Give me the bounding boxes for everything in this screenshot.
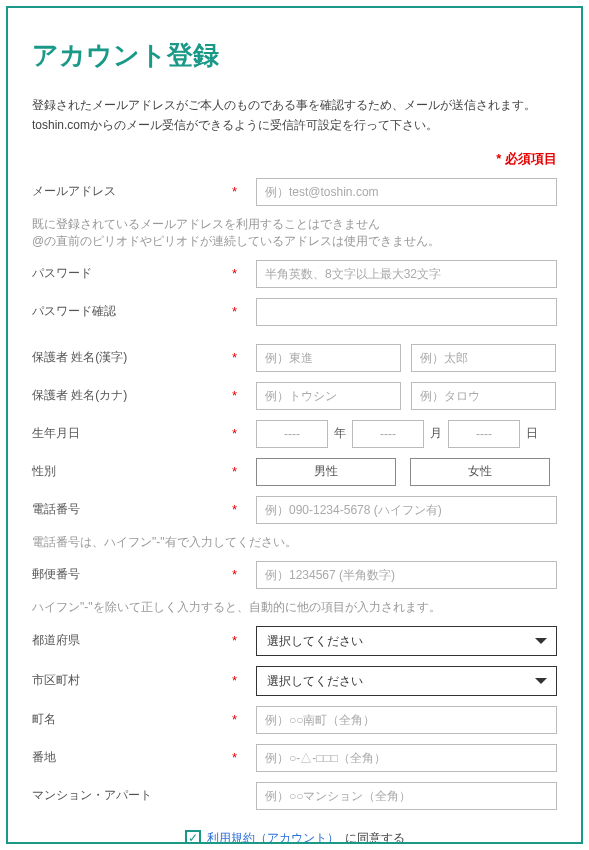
required-mark: * — [232, 184, 256, 199]
gender-male-button[interactable]: 男性 — [256, 458, 396, 486]
guardian-kana-label: 保護者 姓名(カナ) — [32, 387, 232, 404]
phone-hint: 電話番号は、ハイフン"-"有で入力してください。 — [32, 534, 557, 551]
day-label: 日 — [526, 425, 538, 442]
block-input[interactable] — [256, 744, 557, 772]
page-title: アカウント登録 — [32, 38, 557, 73]
town-input[interactable] — [256, 706, 557, 734]
required-mark: * — [232, 567, 256, 582]
required-mark: * — [232, 464, 256, 479]
email-hint-1: 既に登録されているメールアドレスを利用することはできません — [32, 216, 557, 233]
city-label: 市区町村 — [32, 672, 232, 689]
birth-year-input[interactable] — [256, 420, 328, 448]
required-mark: * — [232, 502, 256, 517]
required-mark: * — [232, 388, 256, 403]
guardian-kana-mei-input[interactable] — [411, 382, 556, 410]
gender-label: 性別 — [32, 463, 232, 480]
required-mark: * — [232, 350, 256, 365]
birthdate-label: 生年月日 — [32, 425, 232, 442]
postal-hint: ハイフン"-"を除いて正しく入力すると、自動的に他の項目が入力されます。 — [32, 599, 557, 616]
description: 登録されたメールアドレスがご本人のものである事を確認するため、メールが送信されま… — [32, 95, 557, 136]
required-mark: * — [232, 673, 256, 688]
town-label: 町名 — [32, 711, 232, 728]
city-select[interactable]: 選択してください — [256, 666, 557, 696]
prefecture-select[interactable]: 選択してください — [256, 626, 557, 656]
email-hint-2: @の直前のピリオドやピリオドが連続しているアドレスは使用できません。 — [32, 233, 557, 250]
consent-text: に同意する — [345, 830, 405, 844]
required-note: * 必須項目 — [32, 150, 557, 168]
guardian-kanji-mei-input[interactable] — [411, 344, 556, 372]
building-label: マンション・アパート — [32, 787, 232, 804]
consent-checkbox[interactable]: ✓ — [185, 830, 201, 844]
year-label: 年 — [334, 425, 346, 442]
required-mark: * — [232, 750, 256, 765]
guardian-kanji-label: 保護者 姓名(漢字) — [32, 349, 232, 366]
password-label: パスワード — [32, 265, 232, 282]
birth-day-input[interactable] — [448, 420, 520, 448]
gender-female-button[interactable]: 女性 — [410, 458, 550, 486]
building-input[interactable] — [256, 782, 557, 810]
phone-label: 電話番号 — [32, 501, 232, 518]
required-mark: * — [232, 304, 256, 319]
postal-label: 郵便番号 — [32, 566, 232, 583]
terms-link[interactable]: 利用規約（アカウント） — [207, 830, 339, 844]
guardian-kanji-sei-input[interactable] — [256, 344, 401, 372]
email-hint: 既に登録されているメールアドレスを利用することはできません @の直前のピリオドや… — [32, 216, 557, 250]
description-line-1: 登録されたメールアドレスがご本人のものである事を確認するため、メールが送信されま… — [32, 95, 557, 115]
password-confirm-input[interactable] — [256, 298, 557, 326]
guardian-kana-sei-input[interactable] — [256, 382, 401, 410]
prefecture-label: 都道府県 — [32, 632, 232, 649]
required-mark: * — [232, 266, 256, 281]
email-input[interactable] — [256, 178, 557, 206]
block-label: 番地 — [32, 749, 232, 766]
phone-input[interactable] — [256, 496, 557, 524]
birth-month-input[interactable] — [352, 420, 424, 448]
email-label: メールアドレス — [32, 183, 232, 200]
required-mark: * — [232, 426, 256, 441]
password-confirm-label: パスワード確認 — [32, 303, 232, 320]
required-mark: * — [232, 712, 256, 727]
month-label: 月 — [430, 425, 442, 442]
required-mark: * — [232, 633, 256, 648]
description-line-2: toshin.comからのメール受信ができるように受信許可設定を行って下さい。 — [32, 115, 557, 135]
postal-input[interactable] — [256, 561, 557, 589]
password-input[interactable] — [256, 260, 557, 288]
